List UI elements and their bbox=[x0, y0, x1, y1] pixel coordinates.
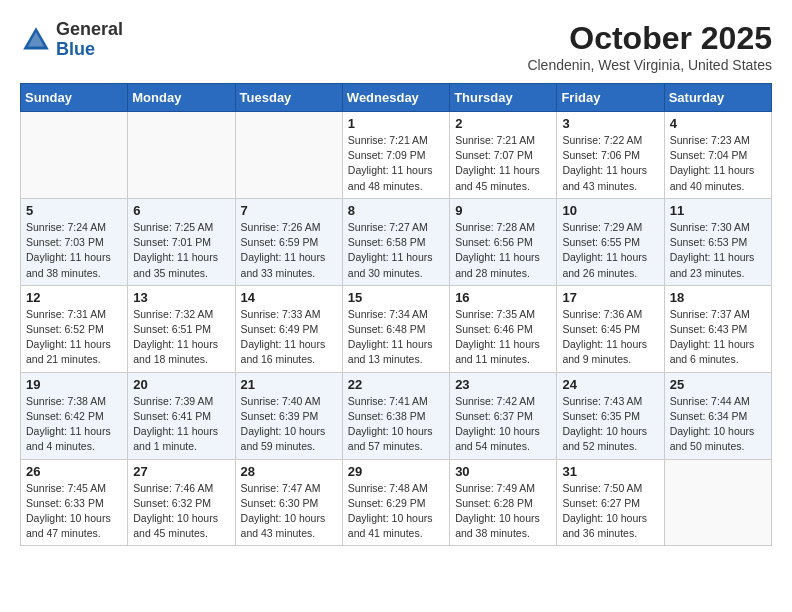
day-info: Sunrise: 7:41 AM Sunset: 6:38 PM Dayligh… bbox=[348, 394, 444, 455]
calendar-cell: 19Sunrise: 7:38 AM Sunset: 6:42 PM Dayli… bbox=[21, 372, 128, 459]
day-number: 16 bbox=[455, 290, 551, 305]
day-info: Sunrise: 7:35 AM Sunset: 6:46 PM Dayligh… bbox=[455, 307, 551, 368]
day-info: Sunrise: 7:34 AM Sunset: 6:48 PM Dayligh… bbox=[348, 307, 444, 368]
day-number: 4 bbox=[670, 116, 766, 131]
page-header: General Blue October 2025 Clendenin, Wes… bbox=[20, 20, 772, 73]
logo-text: General Blue bbox=[56, 20, 123, 60]
calendar-cell: 15Sunrise: 7:34 AM Sunset: 6:48 PM Dayli… bbox=[342, 285, 449, 372]
day-number: 7 bbox=[241, 203, 337, 218]
calendar-cell: 7Sunrise: 7:26 AM Sunset: 6:59 PM Daylig… bbox=[235, 198, 342, 285]
day-info: Sunrise: 7:50 AM Sunset: 6:27 PM Dayligh… bbox=[562, 481, 658, 542]
day-number: 6 bbox=[133, 203, 229, 218]
calendar-cell: 26Sunrise: 7:45 AM Sunset: 6:33 PM Dayli… bbox=[21, 459, 128, 546]
calendar-cell: 30Sunrise: 7:49 AM Sunset: 6:28 PM Dayli… bbox=[450, 459, 557, 546]
calendar-cell: 20Sunrise: 7:39 AM Sunset: 6:41 PM Dayli… bbox=[128, 372, 235, 459]
day-info: Sunrise: 7:32 AM Sunset: 6:51 PM Dayligh… bbox=[133, 307, 229, 368]
day-number: 1 bbox=[348, 116, 444, 131]
day-number: 10 bbox=[562, 203, 658, 218]
location-label: Clendenin, West Virginia, United States bbox=[527, 57, 772, 73]
day-number: 21 bbox=[241, 377, 337, 392]
calendar-cell: 17Sunrise: 7:36 AM Sunset: 6:45 PM Dayli… bbox=[557, 285, 664, 372]
calendar-cell bbox=[235, 112, 342, 199]
calendar-cell: 2Sunrise: 7:21 AM Sunset: 7:07 PM Daylig… bbox=[450, 112, 557, 199]
calendar-cell: 6Sunrise: 7:25 AM Sunset: 7:01 PM Daylig… bbox=[128, 198, 235, 285]
logo-blue-label: Blue bbox=[56, 40, 123, 60]
calendar-cell: 4Sunrise: 7:23 AM Sunset: 7:04 PM Daylig… bbox=[664, 112, 771, 199]
calendar-cell: 18Sunrise: 7:37 AM Sunset: 6:43 PM Dayli… bbox=[664, 285, 771, 372]
day-info: Sunrise: 7:25 AM Sunset: 7:01 PM Dayligh… bbox=[133, 220, 229, 281]
weekday-header-monday: Monday bbox=[128, 84, 235, 112]
calendar-week-row: 12Sunrise: 7:31 AM Sunset: 6:52 PM Dayli… bbox=[21, 285, 772, 372]
day-info: Sunrise: 7:23 AM Sunset: 7:04 PM Dayligh… bbox=[670, 133, 766, 194]
day-number: 28 bbox=[241, 464, 337, 479]
calendar-week-row: 1Sunrise: 7:21 AM Sunset: 7:09 PM Daylig… bbox=[21, 112, 772, 199]
day-info: Sunrise: 7:27 AM Sunset: 6:58 PM Dayligh… bbox=[348, 220, 444, 281]
calendar-cell: 23Sunrise: 7:42 AM Sunset: 6:37 PM Dayli… bbox=[450, 372, 557, 459]
day-info: Sunrise: 7:26 AM Sunset: 6:59 PM Dayligh… bbox=[241, 220, 337, 281]
day-number: 14 bbox=[241, 290, 337, 305]
weekday-header-row: SundayMondayTuesdayWednesdayThursdayFrid… bbox=[21, 84, 772, 112]
weekday-header-friday: Friday bbox=[557, 84, 664, 112]
day-number: 31 bbox=[562, 464, 658, 479]
calendar-cell: 29Sunrise: 7:48 AM Sunset: 6:29 PM Dayli… bbox=[342, 459, 449, 546]
weekday-header-thursday: Thursday bbox=[450, 84, 557, 112]
day-info: Sunrise: 7:29 AM Sunset: 6:55 PM Dayligh… bbox=[562, 220, 658, 281]
weekday-header-wednesday: Wednesday bbox=[342, 84, 449, 112]
day-info: Sunrise: 7:33 AM Sunset: 6:49 PM Dayligh… bbox=[241, 307, 337, 368]
day-info: Sunrise: 7:36 AM Sunset: 6:45 PM Dayligh… bbox=[562, 307, 658, 368]
day-info: Sunrise: 7:39 AM Sunset: 6:41 PM Dayligh… bbox=[133, 394, 229, 455]
day-info: Sunrise: 7:49 AM Sunset: 6:28 PM Dayligh… bbox=[455, 481, 551, 542]
day-info: Sunrise: 7:31 AM Sunset: 6:52 PM Dayligh… bbox=[26, 307, 122, 368]
day-info: Sunrise: 7:28 AM Sunset: 6:56 PM Dayligh… bbox=[455, 220, 551, 281]
day-info: Sunrise: 7:38 AM Sunset: 6:42 PM Dayligh… bbox=[26, 394, 122, 455]
day-number: 24 bbox=[562, 377, 658, 392]
calendar-cell: 25Sunrise: 7:44 AM Sunset: 6:34 PM Dayli… bbox=[664, 372, 771, 459]
day-number: 12 bbox=[26, 290, 122, 305]
day-info: Sunrise: 7:24 AM Sunset: 7:03 PM Dayligh… bbox=[26, 220, 122, 281]
day-info: Sunrise: 7:44 AM Sunset: 6:34 PM Dayligh… bbox=[670, 394, 766, 455]
weekday-header-sunday: Sunday bbox=[21, 84, 128, 112]
logo: General Blue bbox=[20, 20, 123, 60]
day-number: 25 bbox=[670, 377, 766, 392]
logo-icon bbox=[20, 24, 52, 56]
calendar-cell: 11Sunrise: 7:30 AM Sunset: 6:53 PM Dayli… bbox=[664, 198, 771, 285]
calendar-cell: 8Sunrise: 7:27 AM Sunset: 6:58 PM Daylig… bbox=[342, 198, 449, 285]
calendar-cell: 5Sunrise: 7:24 AM Sunset: 7:03 PM Daylig… bbox=[21, 198, 128, 285]
day-info: Sunrise: 7:42 AM Sunset: 6:37 PM Dayligh… bbox=[455, 394, 551, 455]
calendar-cell: 22Sunrise: 7:41 AM Sunset: 6:38 PM Dayli… bbox=[342, 372, 449, 459]
day-number: 22 bbox=[348, 377, 444, 392]
day-info: Sunrise: 7:30 AM Sunset: 6:53 PM Dayligh… bbox=[670, 220, 766, 281]
calendar-cell: 10Sunrise: 7:29 AM Sunset: 6:55 PM Dayli… bbox=[557, 198, 664, 285]
day-number: 18 bbox=[670, 290, 766, 305]
calendar-table: SundayMondayTuesdayWednesdayThursdayFrid… bbox=[20, 83, 772, 546]
day-number: 13 bbox=[133, 290, 229, 305]
weekday-header-tuesday: Tuesday bbox=[235, 84, 342, 112]
day-info: Sunrise: 7:46 AM Sunset: 6:32 PM Dayligh… bbox=[133, 481, 229, 542]
month-title: October 2025 bbox=[527, 20, 772, 57]
calendar-cell bbox=[128, 112, 235, 199]
calendar-cell: 28Sunrise: 7:47 AM Sunset: 6:30 PM Dayli… bbox=[235, 459, 342, 546]
day-info: Sunrise: 7:21 AM Sunset: 7:07 PM Dayligh… bbox=[455, 133, 551, 194]
calendar-week-row: 5Sunrise: 7:24 AM Sunset: 7:03 PM Daylig… bbox=[21, 198, 772, 285]
calendar-cell bbox=[664, 459, 771, 546]
calendar-cell: 31Sunrise: 7:50 AM Sunset: 6:27 PM Dayli… bbox=[557, 459, 664, 546]
calendar-week-row: 19Sunrise: 7:38 AM Sunset: 6:42 PM Dayli… bbox=[21, 372, 772, 459]
day-number: 2 bbox=[455, 116, 551, 131]
day-number: 26 bbox=[26, 464, 122, 479]
calendar-cell: 12Sunrise: 7:31 AM Sunset: 6:52 PM Dayli… bbox=[21, 285, 128, 372]
day-info: Sunrise: 7:22 AM Sunset: 7:06 PM Dayligh… bbox=[562, 133, 658, 194]
day-number: 8 bbox=[348, 203, 444, 218]
day-number: 30 bbox=[455, 464, 551, 479]
weekday-header-saturday: Saturday bbox=[664, 84, 771, 112]
day-info: Sunrise: 7:37 AM Sunset: 6:43 PM Dayligh… bbox=[670, 307, 766, 368]
calendar-cell: 3Sunrise: 7:22 AM Sunset: 7:06 PM Daylig… bbox=[557, 112, 664, 199]
calendar-cell: 21Sunrise: 7:40 AM Sunset: 6:39 PM Dayli… bbox=[235, 372, 342, 459]
day-number: 11 bbox=[670, 203, 766, 218]
day-number: 29 bbox=[348, 464, 444, 479]
day-number: 27 bbox=[133, 464, 229, 479]
day-info: Sunrise: 7:21 AM Sunset: 7:09 PM Dayligh… bbox=[348, 133, 444, 194]
day-number: 23 bbox=[455, 377, 551, 392]
day-number: 17 bbox=[562, 290, 658, 305]
calendar-cell bbox=[21, 112, 128, 199]
day-info: Sunrise: 7:40 AM Sunset: 6:39 PM Dayligh… bbox=[241, 394, 337, 455]
